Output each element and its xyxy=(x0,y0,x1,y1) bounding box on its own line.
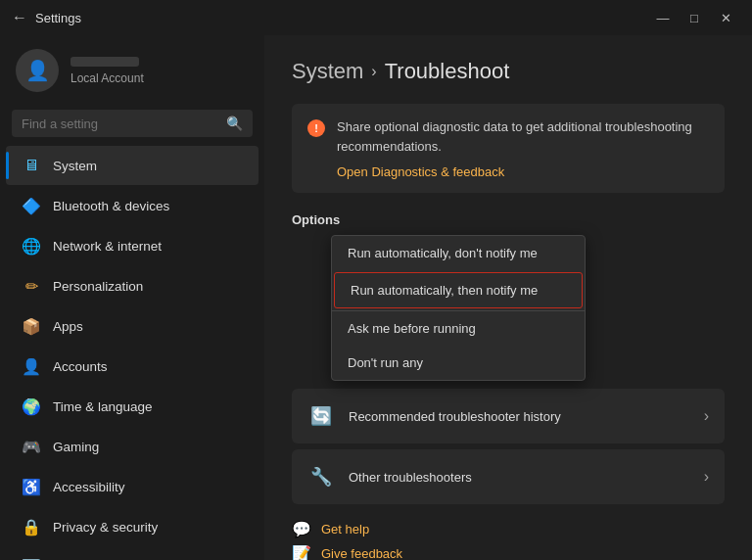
accounts-label: Accounts xyxy=(53,359,108,374)
personalization-icon: ✏ xyxy=(22,276,41,296)
content-area: System › Troubleshoot ! Share optional d… xyxy=(264,35,752,560)
get-help-label: Get help xyxy=(321,522,369,537)
gaming-label: Gaming xyxy=(53,440,99,454)
titlebar: ← Settings — □ ✕ xyxy=(0,0,752,35)
other-icon: 🔧 xyxy=(307,463,335,490)
time-icon: 🌍 xyxy=(22,397,41,416)
system-icon: 🖥 xyxy=(22,156,41,175)
diagnostics-link[interactable]: Open Diagnostics & feedback xyxy=(337,164,504,179)
sidebar-item-accessibility[interactable]: ♿ Accessibility xyxy=(6,467,258,506)
get-help-icon: 💬 xyxy=(292,520,311,538)
info-icon: ! xyxy=(307,119,325,137)
breadcrumb-chevron: › xyxy=(371,63,376,80)
sidebar-item-gaming[interactable]: 🎮 Gaming xyxy=(6,427,258,466)
sidebar-nav: 🖥 System 🔷 Bluetooth & devices 🌐 Network… xyxy=(0,145,264,560)
search-icon: 🔍 xyxy=(226,116,243,131)
history-content: Recommended troubleshooter history xyxy=(349,408,690,424)
dropdown-container: Run automatically, don't notify meRun au… xyxy=(292,235,725,381)
bluetooth-label: Bluetooth & devices xyxy=(53,199,169,213)
avatar-icon: 👤 xyxy=(25,59,50,82)
back-button[interactable]: ← xyxy=(12,9,27,26)
dropdown-item-ask-before[interactable]: Ask me before running xyxy=(332,310,585,346)
network-label: Network & internet xyxy=(53,239,162,254)
sidebar-item-accounts[interactable]: 👤 Accounts xyxy=(6,347,258,386)
give-feedback-icon: 📝 xyxy=(292,544,311,560)
sidebar-item-windows-update[interactable]: 🔄 Windows Update xyxy=(6,547,258,560)
page-title: Troubleshoot xyxy=(385,59,510,84)
dropdown-menu: Run automatically, don't notify meRun au… xyxy=(331,235,586,381)
gaming-icon: 🎮 xyxy=(22,437,41,456)
footer-links: 💬 Get help 📝 Give feedback xyxy=(292,520,725,560)
user-type: Local Account xyxy=(70,71,144,85)
window-title: Settings xyxy=(35,11,81,25)
sidebar-item-privacy[interactable]: 🔒 Privacy & security xyxy=(6,507,258,546)
accounts-icon: 👤 xyxy=(22,356,41,376)
sidebar-item-network[interactable]: 🌐 Network & internet xyxy=(6,226,258,265)
breadcrumb-parent: System xyxy=(292,59,363,84)
info-text: Share optional diagnostic data to get ad… xyxy=(337,117,709,179)
setting-row-history[interactable]: 🔄 Recommended troubleshooter history › xyxy=(292,389,725,443)
close-button[interactable]: ✕ xyxy=(711,6,740,29)
sidebar: 👤 Local Account 🔍 🖥 System 🔷 Bluetooth &… xyxy=(0,35,264,560)
time-label: Time & language xyxy=(53,399,153,414)
user-name-placeholder xyxy=(70,57,139,67)
history-title: Recommended troubleshooter history xyxy=(349,409,561,424)
titlebar-left: ← Settings xyxy=(12,9,81,26)
privacy-icon: 🔒 xyxy=(22,517,41,537)
sidebar-item-time[interactable]: 🌍 Time & language xyxy=(6,387,258,426)
privacy-label: Privacy & security xyxy=(53,520,158,535)
minimize-button[interactable]: — xyxy=(648,6,678,29)
personalization-label: Personalization xyxy=(53,279,143,294)
options-label: Options xyxy=(292,212,725,227)
history-icon: 🔄 xyxy=(307,402,335,430)
maximize-button[interactable]: □ xyxy=(680,6,709,29)
page-header: System › Troubleshoot xyxy=(292,59,725,84)
bluetooth-icon: 🔷 xyxy=(22,196,41,215)
dropdown-item-auto-no-notify[interactable]: Run automatically, don't notify me xyxy=(332,236,585,270)
apps-icon: 📦 xyxy=(22,316,41,336)
other-chevron: › xyxy=(704,468,709,486)
footer-link-get-help[interactable]: 💬 Get help xyxy=(292,520,725,538)
history-chevron: › xyxy=(704,407,709,425)
info-banner: ! Share optional diagnostic data to get … xyxy=(292,104,725,193)
search-input[interactable] xyxy=(22,117,218,131)
avatar: 👤 xyxy=(16,49,59,92)
accessibility-label: Accessibility xyxy=(53,480,125,494)
sidebar-item-bluetooth[interactable]: 🔷 Bluetooth & devices xyxy=(6,186,258,225)
footer-link-give-feedback[interactable]: 📝 Give feedback xyxy=(292,544,725,560)
dropdown-item-dont-run[interactable]: Don't run any xyxy=(332,346,585,380)
system-label: System xyxy=(53,159,97,173)
setting-row-other[interactable]: 🔧 Other troubleshooters › xyxy=(292,449,725,504)
search-box[interactable]: 🔍 xyxy=(12,110,253,137)
apps-label: Apps xyxy=(53,319,83,334)
setting-rows: 🔄 Recommended troubleshooter history › 🔧… xyxy=(292,389,725,504)
other-title: Other troubleshooters xyxy=(349,470,472,485)
sidebar-item-personalization[interactable]: ✏ Personalization xyxy=(6,266,258,305)
sidebar-item-apps[interactable]: 📦 Apps xyxy=(6,306,258,346)
sidebar-item-system[interactable]: 🖥 System xyxy=(6,146,258,185)
user-profile[interactable]: 👤 Local Account xyxy=(0,35,264,106)
main-layout: 👤 Local Account 🔍 🖥 System 🔷 Bluetooth &… xyxy=(0,35,752,560)
info-text-body: Share optional diagnostic data to get ad… xyxy=(337,117,709,156)
user-info: Local Account xyxy=(70,57,144,85)
network-icon: 🌐 xyxy=(22,236,41,256)
accessibility-icon: ♿ xyxy=(22,477,41,496)
give-feedback-label: Give feedback xyxy=(321,546,402,560)
dropdown-item-auto-notify[interactable]: Run automatically, then notify me xyxy=(334,272,583,308)
other-content: Other troubleshooters xyxy=(349,469,690,485)
window-controls: — □ ✕ xyxy=(648,6,740,29)
